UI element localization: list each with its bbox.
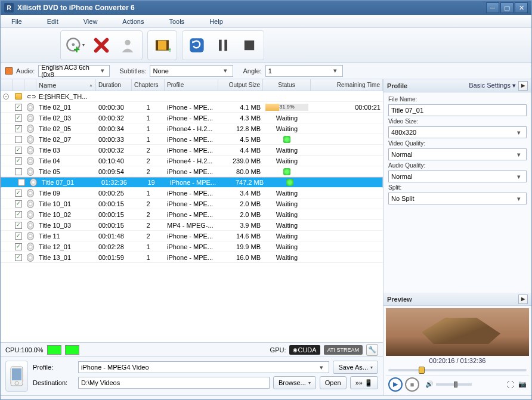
- close-button[interactable]: ✕: [515, 2, 528, 13]
- menu-actions[interactable]: Actions: [119, 17, 147, 26]
- row-checkbox[interactable]: ✓: [15, 157, 22, 165]
- destination-input[interactable]: D:\My Videos: [78, 377, 270, 389]
- stop-button[interactable]: [237, 33, 261, 57]
- row-checkbox[interactable]: ✓: [15, 147, 22, 154]
- collapse-icon[interactable]: −: [3, 94, 9, 100]
- pause-button[interactable]: [211, 33, 235, 57]
- row-checkbox[interactable]: ✓: [15, 254, 22, 261]
- select-all-checkbox[interactable]: [5, 67, 13, 75]
- convert-button[interactable]: [185, 33, 209, 57]
- row-checkbox[interactable]: ✓: [15, 190, 22, 197]
- row-checkbox[interactable]: ✓: [15, 243, 22, 250]
- menu-edit[interactable]: Edit: [44, 17, 62, 26]
- table-row[interactable]: ✓Title 0900:00:251iPhone - MPE...3.4 MBW…: [1, 188, 383, 199]
- row-checkbox[interactable]: ✓: [15, 125, 22, 132]
- row-profile: iPhone - MPE...: [165, 104, 218, 111]
- table-row[interactable]: ✓Title 12_0100:02:281iPhone - MPE...19.9…: [1, 241, 383, 252]
- menu-file[interactable]: File: [8, 17, 26, 26]
- menu-view[interactable]: View: [80, 17, 101, 26]
- table-row[interactable]: ✓Title 10_0100:00:152iPhone - MPE...2.0 …: [1, 199, 383, 209]
- table-row[interactable]: ✓Title 1100:01:482iPhone - MPE...14.6 MB…: [1, 231, 383, 241]
- col-duration[interactable]: Duration: [96, 79, 132, 91]
- col-name[interactable]: Name▲: [36, 79, 96, 91]
- cpu-meter-icon: [47, 345, 61, 355]
- row-checkbox[interactable]: [18, 179, 25, 186]
- table-row[interactable]: ✓Title 0400:10:402iPhone4 - H.2...239.0 …: [1, 156, 383, 166]
- grid-body[interactable]: − ⊂⊃ E:[SHREK_TH... ✓Title 02_0100:00:30…: [1, 91, 383, 342]
- settings-button[interactable]: 🔧: [366, 344, 378, 356]
- stop-preview-button[interactable]: ■: [405, 377, 419, 392]
- col-remaining[interactable]: Remaining Time: [311, 79, 383, 91]
- clip-button[interactable]: +: [150, 33, 174, 57]
- transfer-button[interactable]: »» 📱: [350, 376, 378, 389]
- subtitles-select[interactable]: None▾: [150, 65, 233, 77]
- row-chapters: 1: [132, 104, 165, 111]
- row-profile: iPhone - MPE...: [165, 232, 218, 240]
- preview-expand-button[interactable]: ▶: [518, 294, 528, 304]
- row-checkbox[interactable]: ✓: [15, 114, 22, 122]
- preview-timeline[interactable]: [386, 365, 529, 375]
- svg-rect-14: [12, 368, 21, 380]
- preview-canvas[interactable]: [386, 308, 529, 356]
- play-button[interactable]: ▶: [388, 377, 403, 392]
- row-chapters: 1: [132, 136, 165, 143]
- videoquality-select[interactable]: Normal▾: [388, 148, 527, 160]
- profile-expand-button[interactable]: ▶: [518, 81, 528, 91]
- split-select[interactable]: No Split▾: [388, 193, 527, 204]
- row-duration: 00:00:32: [96, 147, 132, 154]
- row-output: 12.8 MB: [218, 125, 263, 132]
- open-button[interactable]: Open: [320, 376, 347, 389]
- timeline-thumb[interactable]: [419, 367, 425, 374]
- source-row[interactable]: − ⊂⊃ E:[SHREK_TH...: [1, 91, 383, 102]
- snapshot-button[interactable]: 📷: [518, 380, 527, 388]
- menu-tools[interactable]: Tools: [165, 17, 188, 26]
- disc-icon: [27, 200, 34, 208]
- table-row[interactable]: ✓Title 0300:00:322iPhone - MPE...4.4 MBW…: [1, 145, 383, 156]
- maximize-button[interactable]: ▢: [500, 2, 514, 13]
- delete-button[interactable]: [89, 33, 113, 57]
- row-output: 14.6 MB: [218, 232, 263, 240]
- filename-input[interactable]: Title 07_01: [388, 104, 527, 116]
- table-row[interactable]: ✓Title 10_0200:00:152iPhone - MPE...2.0 …: [1, 209, 383, 220]
- table-row[interactable]: Title 07_0101:32:3619iPhone - MPE...747.…: [1, 177, 383, 188]
- disc-icon: [27, 243, 34, 251]
- row-checkbox[interactable]: ✓: [15, 222, 22, 229]
- profile-select[interactable]: iPhone - MPEG4 Video▾: [78, 361, 329, 373]
- table-row[interactable]: ✓Title 02_0300:00:321iPhone - MPE...4.3 …: [1, 113, 383, 123]
- volume-slider[interactable]: [436, 383, 472, 386]
- audio-select[interactable]: English AC3 6ch (0x8▾: [38, 65, 110, 77]
- minimize-button[interactable]: ─: [486, 2, 499, 13]
- menu-help[interactable]: Help: [206, 17, 227, 26]
- angle-select[interactable]: 1▾: [265, 65, 343, 77]
- table-row[interactable]: ✓Title 02_0100:00:301iPhone - MPE...4.1 …: [1, 102, 383, 113]
- add-disc-button[interactable]: ▾: [63, 33, 87, 57]
- audioquality-select[interactable]: Normal▾: [388, 170, 527, 182]
- videosize-select[interactable]: 480x320▾: [388, 126, 527, 138]
- videosize-label: Video Size:: [388, 118, 527, 125]
- row-checkbox[interactable]: ✓: [15, 200, 22, 207]
- row-checkbox[interactable]: ✓: [15, 104, 22, 111]
- browse-button[interactable]: Browse...▾: [273, 376, 316, 389]
- col-output[interactable]: Output Size: [218, 79, 263, 91]
- table-row[interactable]: Title 02_0700:00:331iPhone - MPE...4.5 M…: [1, 134, 383, 145]
- user-button[interactable]: [116, 33, 140, 57]
- col-chapters[interactable]: Chapters: [132, 79, 165, 91]
- volume-icon[interactable]: 🔊: [425, 380, 434, 388]
- fullscreen-button[interactable]: ⛶: [507, 381, 514, 388]
- row-status: Waiting: [263, 232, 311, 240]
- col-profile[interactable]: Profile: [165, 79, 218, 91]
- table-row[interactable]: Title 0500:09:542iPhone - MPE...80.0 MB: [1, 166, 383, 177]
- basic-settings-link[interactable]: Basic Settings ▾: [469, 82, 516, 89]
- col-status[interactable]: Status: [263, 79, 311, 91]
- table-row[interactable]: ✓Title 10_0300:00:152MP4 - MPEG-...3.9 M…: [1, 220, 383, 231]
- row-checkbox[interactable]: ✓: [15, 211, 22, 218]
- row-duration: 01:32:36: [99, 179, 135, 186]
- row-checkbox[interactable]: [15, 168, 22, 175]
- svg-text:+: +: [168, 45, 171, 53]
- table-row[interactable]: ✓Title 02_0500:00:341iPhone4 - H.2...12.…: [1, 123, 383, 134]
- row-name: Title 10_02: [36, 211, 96, 218]
- row-checkbox[interactable]: ✓: [15, 232, 22, 240]
- saveas-button[interactable]: Save As...▾: [333, 361, 378, 374]
- row-checkbox[interactable]: [15, 136, 22, 143]
- table-row[interactable]: ✓Title 13_0100:01:591iPhone - MPE...16.0…: [1, 252, 383, 263]
